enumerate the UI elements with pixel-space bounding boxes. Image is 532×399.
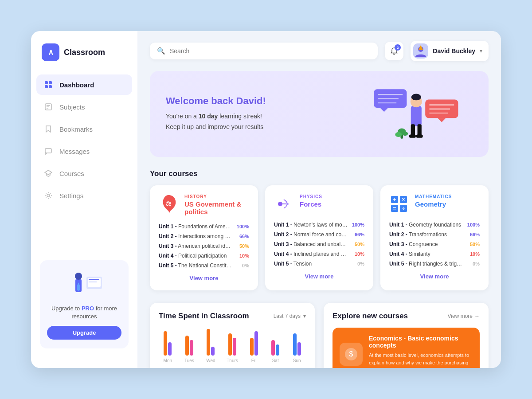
bar-fri-2: [254, 331, 258, 356]
header: 🔍 2: [137, 31, 501, 71]
bottom-section: Time Spent in Classroom Last 7 days ▾: [150, 303, 489, 368]
svg-rect-1: [49, 81, 52, 84]
svg-point-12: [75, 273, 82, 280]
chart-col-wed: Wed: [202, 329, 220, 363]
user-name: David Buckley: [433, 47, 475, 55]
bar-thurs-2: [233, 338, 236, 356]
course-card-history: ⚖ HISTORY US Government & politics Unit …: [150, 185, 258, 290]
upgrade-illustration: [47, 269, 121, 300]
svg-text:=: =: [393, 205, 396, 211]
svg-point-10: [47, 194, 50, 197]
svg-marker-9: [45, 170, 52, 175]
economics-promo[interactable]: $ Economics - Basic economics concepts A…: [332, 328, 480, 368]
gear-icon: [43, 191, 53, 200]
svg-rect-33: [411, 124, 415, 136]
banner-illustration: [357, 85, 473, 143]
user-profile[interactable]: David Buckley ▾: [411, 41, 489, 61]
svg-text:×: ×: [402, 196, 405, 203]
table-row: Unit 1 - Newton's laws of motion 100%: [274, 222, 364, 228]
table-row: Unit 1 - Foundations of American democra…: [159, 223, 249, 230]
table-row: Unit 4 - Political participation 10%: [159, 253, 249, 259]
chevron-down-icon: ▾: [303, 313, 306, 319]
explore-header: Explore new courses View more →: [332, 312, 480, 321]
sidebar-item-messages[interactable]: Messages: [36, 141, 132, 161]
svg-point-40: [402, 132, 408, 136]
bar-chart: Mon Tues: [159, 328, 306, 363]
table-row: Unit 5 - Right triangles & trigonometry …: [389, 261, 480, 267]
unit-list-history: Unit 1 - Foundations of American democra…: [159, 223, 249, 269]
table-row: Unit 3 - Balanced and unbalanced forces …: [274, 241, 364, 247]
chart-label-mon: Mon: [164, 358, 172, 363]
bar-sat-1: [271, 340, 275, 356]
bar-tues-2: [190, 340, 193, 356]
economics-icon: $: [340, 343, 363, 366]
svg-rect-0: [45, 81, 48, 84]
svg-point-42: [278, 202, 282, 206]
table-row: Unit 3 - American political ideologies a…: [159, 243, 249, 249]
chart-label-sun: Sun: [293, 358, 301, 363]
courses-section-title: Your courses: [150, 169, 197, 178]
chevron-down-icon: ▾: [480, 48, 482, 54]
sidebar-item-dashboard[interactable]: Dashboard: [36, 74, 132, 95]
bar-sat-2: [276, 344, 279, 356]
time-filter[interactable]: Last 7 days ▾: [274, 313, 306, 319]
course-meta-physics: PHYSICS Forces: [300, 194, 322, 208]
physics-icon: [274, 194, 293, 214]
sidebar-item-subjects[interactable]: Subjects: [36, 97, 132, 117]
bar-fri-1: [250, 338, 254, 356]
nav-label-courses: Courses: [59, 170, 84, 177]
course-header-math: + × = ÷ MATHEMATICS Geometry: [389, 194, 480, 214]
search-icon: 🔍: [157, 47, 165, 55]
view-more-history[interactable]: View more: [159, 275, 249, 282]
logo-icon: ∧: [42, 43, 59, 61]
table-row: Unit 2 - Transformations 66%: [389, 231, 480, 238]
notifications-button[interactable]: 2: [385, 42, 403, 60]
nav-label-bookmarks: Bookmarks: [59, 125, 93, 133]
chart-label-tues: Tues: [184, 358, 194, 363]
chart-label-fri: Fri: [251, 358, 257, 363]
bar-wed-2: [211, 347, 215, 356]
promo-title: Economics - Basic economics concepts: [369, 335, 473, 349]
time-filter-label: Last 7 days: [274, 313, 301, 319]
svg-rect-35: [409, 134, 416, 137]
search-bar[interactable]: 🔍: [150, 43, 378, 59]
view-more-math[interactable]: View more: [389, 273, 480, 280]
banner-text: Welcome back David! You're on a 10 day l…: [166, 95, 266, 133]
chart-col-tues: Tues: [180, 336, 199, 363]
welcome-banner: Welcome back David! You're on a 10 day l…: [150, 71, 489, 157]
course-header-physics: PHYSICS Forces: [274, 194, 364, 214]
upgrade-button[interactable]: Upgrade: [47, 326, 121, 340]
main-content: 🔍 2: [137, 31, 501, 368]
sidebar-item-courses[interactable]: Courses: [36, 163, 132, 184]
subject-math: MATHEMATICS: [415, 194, 452, 199]
bar-mon-2: [168, 342, 172, 356]
explore-view-more[interactable]: View more →: [448, 313, 480, 319]
upgrade-text: Upgrade to PRO for more resources: [47, 305, 121, 321]
time-card: Time Spent in Classroom Last 7 days ▾: [150, 303, 315, 368]
banner-title: Welcome back David!: [166, 95, 266, 107]
course-name-math: Geometry: [415, 200, 452, 208]
svg-rect-2: [45, 85, 48, 88]
chart-col-thurs: Thurs: [223, 333, 242, 363]
promo-desc: At the most basic level, economics attem…: [369, 352, 473, 368]
svg-point-39: [395, 132, 402, 137]
unit-list-physics: Unit 1 - Newton's laws of motion 100% Un…: [274, 222, 364, 267]
chart-col-sun: Sun: [288, 333, 306, 363]
sidebar-nav: Dashboard Subjects: [31, 74, 137, 253]
nav-label-subjects: Subjects: [59, 103, 85, 111]
course-header-history: ⚖ HISTORY US Government & politics: [159, 194, 249, 215]
nav-label-dashboard: Dashboard: [59, 81, 94, 89]
table-row: Unit 4 - Similarity 10%: [389, 251, 480, 257]
table-row: Unit 5 - Tension 0%: [274, 261, 364, 267]
view-more-physics[interactable]: View more: [274, 273, 364, 280]
sidebar-item-settings[interactable]: Settings: [36, 185, 132, 206]
sidebar-item-bookmarks[interactable]: Bookmarks: [36, 119, 132, 139]
app-container: ∧ Classroom Dashboard: [31, 31, 501, 368]
unit-list-math: Unit 1 - Geometry foundations 100% Unit …: [389, 222, 480, 267]
upgrade-panel: Upgrade to PRO for more resources Upgrad…: [40, 260, 129, 348]
promo-content: Economics - Basic economics concepts At …: [369, 335, 473, 368]
bar-thurs-1: [228, 333, 232, 356]
table-row: Unit 2 - Interactions among branches of …: [159, 233, 249, 239]
search-input[interactable]: [170, 47, 371, 55]
svg-rect-8: [45, 149, 51, 153]
